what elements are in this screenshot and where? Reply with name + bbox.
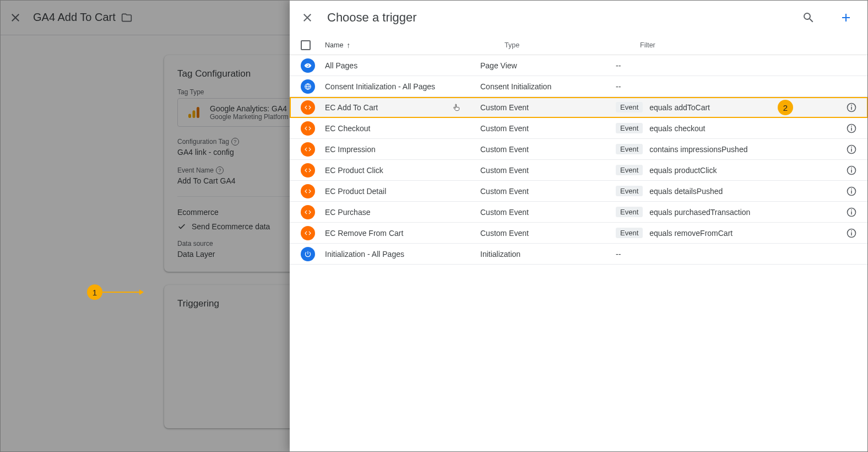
panel-header: Choose a trigger xyxy=(290,0,868,35)
trigger-row[interactable]: EC Remove From Cart Custom Event Eventeq… xyxy=(290,223,868,244)
trigger-name: EC Product Detail xyxy=(325,187,386,196)
code-icon xyxy=(301,163,315,177)
info-icon[interactable] xyxy=(835,228,857,239)
info-icon[interactable] xyxy=(835,102,857,113)
code-icon xyxy=(301,142,315,157)
trigger-filter: -- xyxy=(616,250,835,259)
filter-text: equals addToCart xyxy=(649,103,710,112)
trigger-filter: -- xyxy=(616,82,835,91)
code-icon xyxy=(301,100,315,115)
trigger-type: Custom Event xyxy=(480,124,616,133)
column-type[interactable]: Type xyxy=(504,41,640,49)
svg-rect-9 xyxy=(851,126,852,127)
info-icon[interactable] xyxy=(835,207,857,218)
filter-chip: Event xyxy=(616,165,643,175)
code-icon xyxy=(301,121,315,136)
svg-rect-14 xyxy=(851,169,852,173)
trigger-row[interactable]: EC Purchase Custom Event Eventequals pur… xyxy=(290,202,868,223)
info-icon[interactable] xyxy=(835,165,857,176)
svg-rect-12 xyxy=(851,147,852,148)
info-icon[interactable] xyxy=(835,144,857,155)
trigger-row[interactable]: EC Product Detail Custom Event Eventequa… xyxy=(290,181,868,202)
annotation-arrow-1 xyxy=(102,292,143,293)
add-icon[interactable] xyxy=(839,11,853,24)
svg-rect-24 xyxy=(851,230,852,232)
panel-title: Choose a trigger xyxy=(327,10,789,25)
trigger-filter: Eventequals removeFromCart xyxy=(616,228,835,238)
trigger-filter: Eventequals addToCart xyxy=(616,102,835,112)
filter-text: -- xyxy=(616,82,621,91)
filter-chip: Event xyxy=(616,102,643,112)
trigger-name: EC Purchase xyxy=(325,208,370,217)
trigger-filter: Eventequals productClick xyxy=(616,165,835,175)
trigger-name: EC Product Click xyxy=(325,166,383,175)
trigger-row[interactable]: EC Checkout Custom Event Eventequals che… xyxy=(290,118,868,139)
trigger-row[interactable]: EC Impression Custom Event Eventcontains… xyxy=(290,139,868,160)
filter-chip: Event xyxy=(616,186,643,196)
power-icon xyxy=(301,247,315,261)
svg-rect-20 xyxy=(851,211,852,214)
trigger-filter: Eventcontains impressionsPushed xyxy=(616,144,835,154)
filter-chip: Event xyxy=(616,228,643,238)
column-name[interactable]: Name↑ xyxy=(325,41,504,50)
table-header: Name↑ Type Filter xyxy=(290,35,868,55)
trigger-filter: -- xyxy=(616,61,835,70)
trigger-name: All Pages xyxy=(325,61,357,70)
annotation-badge-2: 2 xyxy=(778,100,793,115)
annotation-badge-1: 1 xyxy=(87,284,102,300)
trigger-type: Custom Event xyxy=(480,229,616,238)
search-icon[interactable] xyxy=(802,11,815,24)
trigger-type: Page View xyxy=(480,61,616,70)
trigger-row[interactable]: EC Product Click Custom Event Eventequal… xyxy=(290,160,868,181)
choose-trigger-panel: Choose a trigger Name↑ Type Filter All P… xyxy=(290,0,868,452)
svg-rect-17 xyxy=(851,190,852,193)
trigger-type: Custom Event xyxy=(480,145,616,154)
filter-chip: Event xyxy=(616,207,643,217)
trigger-type: Custom Event xyxy=(480,187,616,196)
filter-text: -- xyxy=(616,61,621,70)
close-icon[interactable] xyxy=(301,11,314,24)
info-icon[interactable] xyxy=(835,123,857,134)
trigger-row[interactable]: Initialization - All Pages Initializatio… xyxy=(290,244,868,265)
eye-icon xyxy=(301,58,315,73)
code-icon xyxy=(301,184,315,198)
trigger-rows: All Pages Page View -- Consent Initializ… xyxy=(290,55,868,452)
filter-text: -- xyxy=(616,250,621,259)
filter-text: equals detailsPushed xyxy=(649,187,723,196)
svg-rect-6 xyxy=(851,105,852,106)
trigger-type: Custom Event xyxy=(480,208,616,217)
trigger-name: EC Impression xyxy=(325,145,376,154)
trigger-filter: Eventequals detailsPushed xyxy=(616,186,835,196)
filter-text: equals checkout xyxy=(649,124,705,133)
code-icon xyxy=(301,226,315,240)
filter-text: equals removeFromCart xyxy=(649,229,733,238)
trigger-name: Consent Initialization - All Pages xyxy=(325,82,435,91)
trigger-name: Initialization - All Pages xyxy=(325,250,404,259)
svg-rect-23 xyxy=(851,232,852,235)
filter-text: equals purchasedTransaction xyxy=(649,208,750,217)
svg-rect-8 xyxy=(851,127,852,131)
column-filter[interactable]: Filter xyxy=(640,41,857,49)
svg-rect-5 xyxy=(851,106,852,110)
svg-rect-15 xyxy=(851,168,852,169)
info-icon[interactable] xyxy=(835,186,857,197)
sort-asc-icon: ↑ xyxy=(346,41,350,50)
trigger-row[interactable]: Consent Initialization - All Pages Conse… xyxy=(290,76,868,97)
trigger-row[interactable]: All Pages Page View -- xyxy=(290,55,868,76)
trigger-type: Custom Event xyxy=(480,166,616,175)
trigger-name: EC Add To Cart xyxy=(325,103,378,112)
trigger-name: EC Checkout xyxy=(325,124,370,133)
filter-text: contains impressionsPushed xyxy=(649,145,747,154)
trigger-type: Initialization xyxy=(480,250,616,259)
select-all-checkbox[interactable] xyxy=(301,40,311,50)
filter-chip: Event xyxy=(616,123,643,133)
trigger-type: Consent Initialization xyxy=(480,82,616,91)
code-icon xyxy=(301,205,315,219)
svg-rect-21 xyxy=(851,209,852,211)
globe-icon xyxy=(301,79,315,94)
filter-text: equals productClick xyxy=(649,166,717,175)
svg-rect-18 xyxy=(851,189,852,190)
trigger-filter: Eventequals purchasedTransaction xyxy=(616,207,835,217)
trigger-name: EC Remove From Cart xyxy=(325,229,403,238)
svg-rect-11 xyxy=(851,148,852,152)
